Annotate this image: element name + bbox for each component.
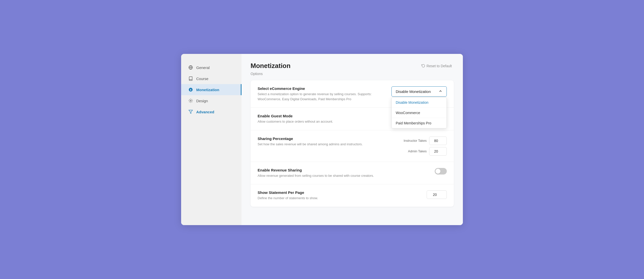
page-title: Monetization [251, 62, 291, 70]
setting-row-sharing: Sharing Percentage Set how the sales rev… [251, 130, 454, 162]
sidebar-item-general[interactable]: General [181, 62, 242, 73]
options-label: Options [251, 72, 454, 76]
ecommerce-desc: Select a monetization option to generate… [258, 92, 381, 101]
globe-icon [188, 65, 193, 70]
sharing-info: Sharing Percentage Set how the sales rev… [258, 136, 399, 147]
revenue-sharing-control [435, 168, 447, 175]
reset-label: Reset to Default [427, 64, 452, 68]
svg-point-5 [190, 100, 191, 101]
admin-row: Admin Takes [399, 147, 447, 156]
statement-input[interactable] [427, 190, 447, 199]
main-card: General Course $ Monetization [181, 54, 463, 225]
ecommerce-dropdown-button[interactable]: Disable Monetization [391, 86, 447, 97]
svg-marker-6 [189, 110, 193, 114]
page-header: Monetization Reset to Default [251, 62, 454, 70]
admin-input[interactable] [429, 147, 447, 156]
sharing-controls: Instructor Takes Admin Takes [399, 136, 447, 156]
setting-row-ecommerce: Select eCommerce Engine Select a monetiz… [251, 80, 454, 108]
admin-label: Admin Takes [399, 149, 427, 153]
sidebar-general-label: General [196, 65, 210, 70]
dropdown-option-disable[interactable]: Disable Monetization [392, 97, 447, 108]
ecommerce-dropdown-menu: Disable Monetization WooCommerce Paid Me… [391, 97, 447, 128]
settings-card: Select eCommerce Engine Select a monetiz… [251, 80, 454, 207]
book-icon [188, 76, 193, 81]
sidebar-item-course[interactable]: Course [181, 73, 242, 84]
ecommerce-title: Select eCommerce Engine [258, 86, 381, 91]
sidebar-course-label: Course [196, 77, 208, 81]
sidebar-item-design[interactable]: Design [181, 95, 242, 106]
statement-desc: Define the number of statements to show. [258, 196, 417, 201]
statement-info: Show Statement Per Page Define the numbe… [258, 190, 427, 201]
sharing-desc: Set how the sales revenue will be shared… [258, 142, 389, 147]
instructor-row: Instructor Takes [399, 136, 447, 145]
sharing-control: Instructor Takes Admin Takes [399, 136, 447, 156]
sidebar: General Course $ Monetization [181, 54, 242, 225]
ecommerce-info: Select eCommerce Engine Select a monetiz… [258, 86, 391, 101]
instructor-input[interactable] [429, 136, 447, 145]
sidebar-item-advanced[interactable]: Advanced [181, 106, 242, 117]
dropdown-option-paid-memberships[interactable]: Paid Memberships Pro [392, 118, 447, 128]
setting-row-statement: Show Statement Per Page Define the numbe… [251, 184, 454, 207]
sidebar-monetization-label: Monetization [196, 88, 219, 92]
revenue-sharing-toggle[interactable] [435, 168, 447, 175]
dropdown-selected-label: Disable Monetization [396, 89, 431, 94]
dollar-icon: $ [188, 87, 193, 92]
setting-row-revenue-sharing: Enable Revenue Sharing Allow revenue gen… [251, 162, 454, 185]
revenue-sharing-title: Enable Revenue Sharing [258, 168, 425, 172]
design-icon [188, 98, 193, 103]
sidebar-item-monetization[interactable]: $ Monetization [181, 84, 242, 95]
sharing-title: Sharing Percentage [258, 136, 389, 141]
svg-text:$: $ [190, 88, 191, 91]
chevron-up-icon [438, 89, 442, 94]
statement-control [427, 190, 447, 199]
sidebar-design-label: Design [196, 99, 208, 103]
main-content: Monetization Reset to Default Options Se… [242, 54, 463, 225]
reset-to-default-button[interactable]: Reset to Default [419, 63, 454, 69]
revenue-sharing-desc: Allow revenue generated from selling cou… [258, 173, 425, 178]
ecommerce-control: Disable Monetization Disable Monetizatio… [391, 86, 447, 97]
statement-title: Show Statement Per Page [258, 190, 417, 195]
dropdown-option-woocommerce[interactable]: WooCommerce [392, 108, 447, 118]
filter-icon [188, 109, 193, 114]
instructor-label: Instructor Takes [399, 139, 427, 143]
sidebar-advanced-label: Advanced [196, 110, 214, 114]
refresh-icon [421, 64, 425, 68]
revenue-sharing-info: Enable Revenue Sharing Allow revenue gen… [258, 168, 435, 178]
